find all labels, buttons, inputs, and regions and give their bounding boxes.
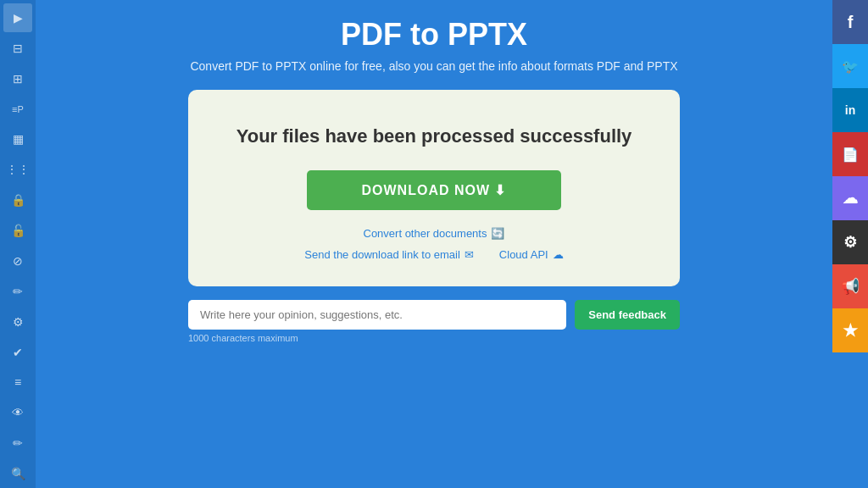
sidebar-icon-search[interactable]: 🔍	[3, 459, 32, 488]
linkedin-icon: in	[845, 103, 855, 117]
github-icon: ⚙	[843, 233, 857, 252]
sidebar-icon-unlock[interactable]: 🔓	[3, 216, 32, 245]
sidebar-icon-check[interactable]: ✔	[3, 338, 32, 367]
sidebar-icon-eye[interactable]: 👁	[3, 398, 32, 427]
feedback-button-label: Send feedback	[588, 308, 666, 321]
sidebar-icon-dots[interactable]: ⋮⋮	[3, 155, 32, 184]
feedback-button[interactable]: Send feedback	[575, 300, 680, 330]
pdf-button[interactable]: 📄	[832, 132, 868, 176]
feedback-hint: 1000 characters maximum	[188, 333, 680, 343]
github-button[interactable]: ⚙	[832, 220, 868, 264]
linkedin-button[interactable]: in	[832, 88, 868, 132]
feedback-area: Send feedback	[188, 300, 680, 330]
right-sidebar: f 🐦 in 📄 ☁ ⚙ 📢 ★	[832, 0, 868, 488]
pdf-icon: 📄	[842, 147, 859, 163]
sidebar-icon-lock[interactable]: 🔒	[3, 186, 32, 214]
sidebar-icon-forward[interactable]: ▶	[3, 3, 32, 32]
twitter-icon: 🐦	[842, 58, 859, 75]
sidebar-icon-minus[interactable]: ⊟	[3, 34, 32, 63]
success-message: Your files have been processed successfu…	[236, 124, 632, 150]
page-title: PDF to PPTX	[341, 17, 527, 53]
convert-other-label: Convert other documents	[364, 227, 487, 240]
cloud-api-icon: ☁	[553, 248, 564, 261]
sidebar-icon-pen[interactable]: ✏	[3, 429, 32, 458]
main-content: PDF to PPTX Convert PDF to PPTX online f…	[36, 0, 832, 488]
card-links-row: Send the download link to email ✉ Cloud …	[304, 248, 563, 261]
cloud-button[interactable]: ☁	[832, 176, 868, 220]
convert-other-link[interactable]: Convert other documents 🔄	[364, 227, 505, 240]
announce-icon: 📢	[841, 277, 860, 296]
card-links: Convert other documents 🔄 Send the downl…	[304, 227, 563, 261]
sidebar-icon-edit[interactable]: ✏	[3, 277, 32, 306]
left-sidebar: ▶ ⊟ ⊞ ≡P ▦ ⋮⋮ 🔒 🔓 ⊘ ✏ ⚙ ✔ ≡ 👁 ✏ 🔍	[0, 0, 36, 488]
sidebar-icon-list[interactable]: ≡	[3, 369, 32, 397]
announce-button[interactable]: 📢	[832, 264, 868, 308]
refresh-icon: 🔄	[491, 227, 504, 240]
email-icon: ✉	[465, 248, 474, 261]
cloud-api-link[interactable]: Cloud API ☁	[499, 248, 564, 261]
facebook-button[interactable]: f	[832, 0, 868, 44]
sidebar-icon-grid[interactable]: ⊞	[3, 64, 32, 93]
email-label: Send the download link to email	[304, 248, 460, 261]
download-button[interactable]: DOWNLOAD NOW ⬇	[307, 170, 561, 210]
page-subtitle: Convert PDF to PPTX online for free, als…	[190, 59, 677, 73]
sidebar-icon-table[interactable]: ▦	[3, 125, 32, 154]
sidebar-icon-settings[interactable]: ⚙	[3, 308, 32, 336]
cloud-icon: ☁	[843, 189, 858, 208]
cloud-api-label: Cloud API	[499, 248, 548, 261]
sidebar-icon-extract[interactable]: ⊘	[3, 247, 32, 275]
sidebar-icon-text[interactable]: ≡P	[3, 95, 32, 124]
facebook-icon: f	[848, 13, 854, 32]
feedback-input[interactable]	[188, 300, 566, 330]
download-label: DOWNLOAD NOW ⬇	[362, 182, 507, 198]
star-button[interactable]: ★	[832, 308, 868, 352]
result-card: Your files have been processed successfu…	[188, 90, 680, 286]
email-link[interactable]: Send the download link to email ✉	[304, 248, 474, 261]
star-icon: ★	[843, 320, 858, 341]
twitter-button[interactable]: 🐦	[832, 44, 868, 88]
